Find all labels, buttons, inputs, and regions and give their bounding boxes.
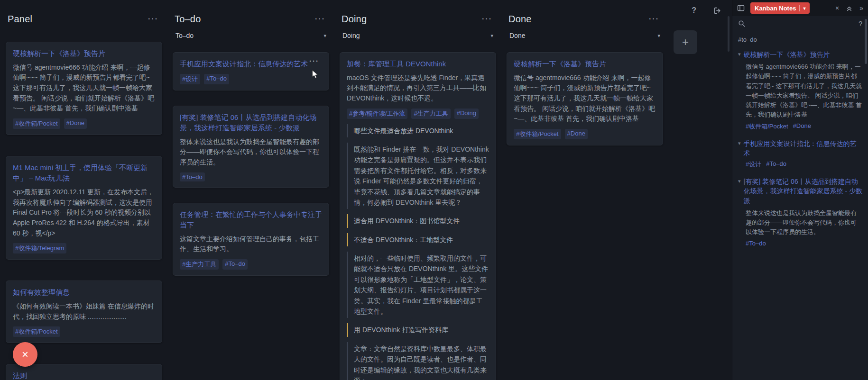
column-filter-value: Doing bbox=[342, 32, 360, 39]
tag[interactable]: #Done bbox=[64, 118, 87, 129]
tag[interactable]: #收件箱/Pocket bbox=[13, 118, 60, 129]
chevron-down-icon: ▾ bbox=[323, 33, 326, 39]
card-title-link[interactable]: [有奖] 装修笔记 06丨从选品到搭建自动化场景，我这样打造智能家居系统 - 少… bbox=[180, 112, 322, 134]
column-filter-select[interactable]: Doing ▾ bbox=[340, 28, 496, 43]
tag[interactable]: #收件箱/Pocket bbox=[514, 129, 561, 139]
card-body: macOS 文件管理还是要先吃透 Finder，果真遇到不能满足的情况，再引入第… bbox=[347, 73, 489, 104]
sidebar-item-tags: #收件箱/Pocket #Done bbox=[746, 122, 862, 131]
sidebar-content: #to–do ▾ 硬核解析一下《洛基》预告片 微信号 agentmovie666… bbox=[732, 30, 868, 247]
quote-block: 用 DEVONthink 打造写作资料库 bbox=[347, 323, 489, 336]
card-body: <p>最新更新 2020.12.11 更新，在发布本文后，我再次将魔爪伸向了编解… bbox=[13, 187, 155, 238]
outline-item-head: ▾ [有奖] 装修笔记 06丨从选品到搭建自动化场景，我这样打造智能家居系统 -… bbox=[738, 177, 862, 206]
expand-sidebar-icon[interactable]: » bbox=[859, 3, 864, 13]
collapse-toggle-icon[interactable]: ▾ bbox=[738, 50, 741, 57]
card-body: 整体来说这也是我认为鼓捣全屋智能最有趣的部分——即便你不会写代码，你也可以体验一… bbox=[180, 137, 322, 168]
quote-block: 不适合 DEVONthink：工地型文件 bbox=[347, 233, 489, 246]
tag[interactable]: #收件箱/Pocket bbox=[746, 122, 788, 131]
card-title-link[interactable]: 硬核解析一下《洛基》预告片 bbox=[13, 48, 155, 59]
collapse-all-icon[interactable] bbox=[845, 4, 854, 13]
tag[interactable]: #To–do bbox=[222, 259, 248, 270]
card-menu-button[interactable]: ··· bbox=[306, 56, 322, 65]
column-menu-button[interactable]: ··· bbox=[146, 14, 160, 24]
column-title: Panel bbox=[8, 14, 32, 25]
card-tags: #收件箱/Pocket bbox=[13, 326, 155, 337]
collapse-toggle-icon[interactable]: ▾ bbox=[738, 139, 741, 146]
tag[interactable]: #Done bbox=[565, 129, 588, 139]
column-filter-select[interactable]: To–do ▾ bbox=[173, 28, 329, 43]
card-list: 硬核解析一下《洛基》预告片 微信号 agentmovie666 功能介绍 来啊，… bbox=[6, 42, 162, 380]
kanban-card[interactable]: [有奖] 装修笔记 06丨从选品到搭建自动化场景，我这样打造智能家居系统 - 少… bbox=[173, 106, 329, 188]
kanban-card[interactable]: 法则 最近 Evernote, WizNote 纷纷宣布收费，一时间 bbox=[6, 364, 162, 380]
kanban-card[interactable]: 硬核解析一下《洛基》预告片 微信号 agentmovie666 功能介绍 来啊，… bbox=[6, 42, 162, 135]
collapse-toggle-icon[interactable]: ▾ bbox=[738, 177, 741, 184]
sidebar-item-tags: #To–do bbox=[746, 240, 862, 247]
column-menu-button[interactable]: ··· bbox=[480, 14, 494, 24]
card-title-link[interactable]: 如何有效整理信息 bbox=[13, 287, 155, 298]
tag[interactable]: #Done bbox=[793, 122, 811, 131]
kanban-card[interactable]: ··· 手机应用文案设计指北：信息传达的艺术 #设计 #To–do bbox=[173, 52, 329, 90]
sidebar-item-title-link[interactable]: 硬核解析一下《洛基》预告片 bbox=[744, 50, 830, 59]
kanban-card[interactable]: 硬核解析一下《洛基》预告片 微信号 agentmovie666 功能介绍 来啊，… bbox=[507, 52, 663, 145]
column-filter-select[interactable]: Done ▾ bbox=[507, 28, 663, 43]
close-floating-button[interactable]: × bbox=[13, 342, 37, 367]
card-list: ··· 手机应用文案设计指北：信息传达的艺术 #设计 #To–do [有奖] 装… bbox=[173, 52, 329, 276]
column-header: To–do ··· bbox=[173, 9, 329, 28]
card-body: 这篇文章主要介绍如何管理自己的事务，包括工作、生活和学习。 bbox=[180, 234, 322, 254]
card-title-link[interactable]: 手机应用文案设计指北：信息传达的艺术 bbox=[180, 59, 322, 70]
kanban-card[interactable]: 任务管理：在繁忙的工作与个人事务中专注于当下 这篇文章主要介绍如何管理自己的事务… bbox=[173, 203, 329, 276]
tag[interactable]: #Doing bbox=[454, 109, 479, 119]
card-title-link[interactable]: M1 Mac mini 初上手，使用体验「不断更新中」 – Mac玩儿法 bbox=[13, 163, 155, 184]
card-tags: #收件箱/Telegram bbox=[13, 243, 155, 253]
card-title-link[interactable]: 法则 bbox=[13, 371, 155, 380]
sidebar-item-title-link[interactable]: 手机应用文案设计指北：信息传达的艺术 bbox=[744, 139, 862, 158]
board-columns: Panel ··· 硬核解析一下《洛基》预告片 微信号 agentmovie66… bbox=[0, 0, 732, 380]
scrollbar-thumb[interactable] bbox=[865, 19, 867, 64]
main-topbar: ? bbox=[689, 6, 724, 15]
chevron-down-icon: ▾ bbox=[803, 6, 805, 11]
card-block: 哪些文件最适合放进 DEVONthink bbox=[347, 124, 489, 137]
card-tags: #生产力工具 #To–do bbox=[180, 259, 322, 270]
close-icon[interactable]: × bbox=[834, 3, 840, 13]
kanban-card[interactable]: 加餐：库管理工具 DEVONthink macOS 文件管理还是要先吃透 Fin… bbox=[340, 52, 496, 380]
column-menu-button[interactable]: ··· bbox=[313, 14, 327, 24]
column-title: To–do bbox=[175, 14, 201, 25]
kanban-notes-select[interactable]: Kanban Notes ▾ bbox=[750, 2, 810, 14]
search-icon[interactable] bbox=[737, 19, 747, 28]
help-icon[interactable]: ? bbox=[689, 6, 699, 15]
sidebar-item-title-link[interactable]: [有奖] 装修笔记 06丨从选品到搭建自动化场景，我这样打造智能家居系统 - 少… bbox=[744, 177, 862, 206]
kanban-card[interactable]: M1 Mac mini 初上手，使用体验「不断更新中」 – Mac玩儿法 <p>… bbox=[6, 156, 162, 260]
panel-layout-icon[interactable] bbox=[736, 3, 746, 13]
tag[interactable]: #生产力工具 bbox=[180, 259, 219, 270]
card-tags: #收件箱/Pocket #Done bbox=[514, 129, 656, 139]
tag[interactable]: #收件箱/Pocket bbox=[13, 326, 60, 337]
tag[interactable]: #To–do bbox=[180, 172, 205, 181]
help-icon[interactable]: ? bbox=[858, 19, 863, 28]
card-title-link[interactable]: 任务管理：在繁忙的工作与个人事务中专注于当下 bbox=[180, 209, 322, 231]
tag[interactable]: #To–do bbox=[746, 240, 766, 247]
sidebar-outline-item: ▾ 手机应用文案设计指北：信息传达的艺术 #设计 #To–do bbox=[738, 139, 862, 169]
chevron-down-icon: ▾ bbox=[657, 33, 660, 39]
tag[interactable]: #生产力工具 bbox=[411, 109, 450, 119]
chevron-down-icon: ▾ bbox=[490, 33, 493, 39]
column-title: Doing bbox=[342, 14, 367, 25]
tag[interactable]: #To–do bbox=[766, 160, 786, 169]
tag[interactable]: #参考/稿件读/工作流 bbox=[347, 109, 407, 119]
right-sidebar: Kanban Notes ▾ × » ? #to–do ▾ 硬核解 bbox=[732, 0, 868, 380]
tag[interactable]: #To–do bbox=[204, 74, 229, 84]
tag[interactable]: #设计 bbox=[180, 74, 200, 84]
quote-block: 适合用 DEVONthink：图书馆型文件 bbox=[347, 214, 489, 227]
pill-divider bbox=[799, 5, 800, 11]
add-column-button[interactable]: + bbox=[674, 30, 697, 54]
scrollbar-thumb[interactable] bbox=[728, 16, 729, 52]
sign-out-icon[interactable] bbox=[711, 6, 724, 15]
card-body: 微信号 agentmovie666 功能介绍 来啊，一起修仙啊~~~ 筒子们，漫… bbox=[514, 73, 656, 124]
column-menu-button[interactable]: ··· bbox=[647, 14, 661, 24]
card-tags: #收件箱/Pocket #Done bbox=[13, 118, 155, 129]
card-title-link[interactable]: 硬核解析一下《洛基》预告片 bbox=[514, 59, 656, 70]
query-reference[interactable]: #to–do bbox=[738, 36, 862, 43]
card-list: 加餐：库管理工具 DEVONthink macOS 文件管理还是要先吃透 Fin… bbox=[340, 52, 496, 380]
card-title-link[interactable]: 加餐：库管理工具 DEVONthink bbox=[347, 59, 489, 70]
kanban-card[interactable]: 如何有效整理信息 《如何有效阅读一本书》姐妹篇 在信息爆炸的时代，找回独立思考的… bbox=[6, 280, 162, 343]
tag[interactable]: #收件箱/Telegram bbox=[13, 243, 66, 253]
tag[interactable]: #设计 bbox=[746, 160, 761, 169]
